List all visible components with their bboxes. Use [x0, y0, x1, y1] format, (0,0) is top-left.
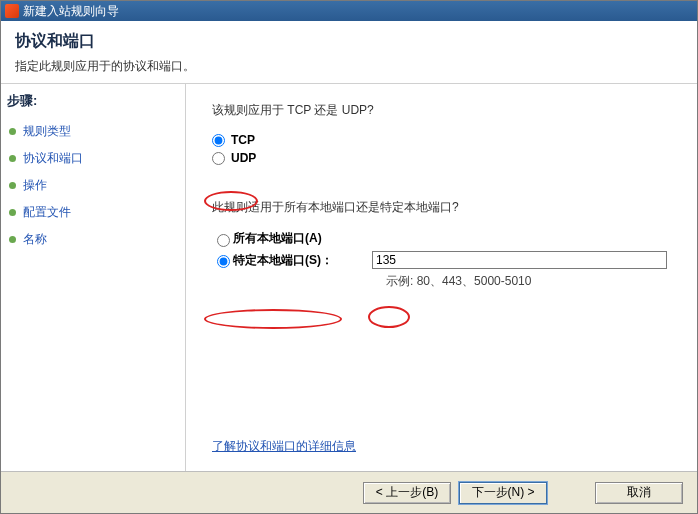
step-profile[interactable]: 配置文件	[7, 199, 175, 226]
radio-tcp-row: TCP	[212, 133, 685, 147]
titlebar: 新建入站规则向导	[1, 1, 697, 21]
header-panel: 协议和端口 指定此规则应用于的协议和端口。	[1, 21, 697, 84]
protocol-question: 该规则应用于 TCP 还是 UDP?	[212, 102, 685, 119]
footer: < 上一步(B) 下一步(N) > 取消	[1, 471, 697, 513]
step-name[interactable]: 名称	[7, 226, 175, 253]
step-label: 操作	[23, 177, 47, 194]
content-scroll: 该规则应用于 TCP 还是 UDP? TCP UDP 此规则适用于所有本地端口还…	[212, 102, 685, 438]
specific-ports-label[interactable]: 特定本地端口(S)：	[233, 252, 333, 269]
back-button[interactable]: < 上一步(B)	[363, 482, 451, 504]
radio-specific-ports[interactable]	[217, 255, 230, 268]
window-title: 新建入站规则向导	[23, 3, 119, 20]
step-protocol-ports[interactable]: 协议和端口	[7, 145, 175, 172]
page-title: 协议和端口	[15, 31, 683, 52]
learn-more-link[interactable]: 了解协议和端口的详细信息	[212, 438, 685, 455]
wizard-window: 新建入站规则向导 协议和端口 指定此规则应用于的协议和端口。 步骤: 规则类型 …	[0, 0, 698, 514]
page-subtitle: 指定此规则应用于的协议和端口。	[15, 58, 683, 75]
sidebar: 步骤: 规则类型 协议和端口 操作 配置文件 名称	[1, 84, 186, 471]
cancel-button[interactable]: 取消	[595, 482, 683, 504]
ports-example: 示例: 80、443、5000-5010	[386, 273, 685, 290]
bullet-icon	[9, 155, 16, 162]
tcp-label[interactable]: TCP	[231, 133, 255, 147]
specific-ports-input[interactable]	[372, 251, 667, 269]
content-panel: 该规则应用于 TCP 还是 UDP? TCP UDP 此规则适用于所有本地端口还…	[186, 84, 697, 471]
step-label: 配置文件	[23, 204, 71, 221]
firewall-icon	[5, 4, 19, 18]
bullet-icon	[9, 209, 16, 216]
step-rule-type[interactable]: 规则类型	[7, 118, 175, 145]
step-label: 规则类型	[23, 123, 71, 140]
steps-heading: 步骤:	[7, 92, 175, 110]
bullet-icon	[9, 236, 16, 243]
radio-all-ports[interactable]	[217, 234, 230, 247]
all-ports-label[interactable]: 所有本地端口(A)	[233, 230, 322, 247]
step-label: 协议和端口	[23, 150, 83, 167]
bullet-icon	[9, 128, 16, 135]
radio-udp-row: UDP	[212, 151, 685, 165]
radio-specific-ports-row: 特定本地端口(S)：	[212, 251, 685, 269]
port-question: 此规则适用于所有本地端口还是特定本地端口?	[212, 199, 685, 216]
wizard-body: 步骤: 规则类型 协议和端口 操作 配置文件 名称	[1, 84, 697, 471]
radio-all-ports-row: 所有本地端口(A)	[212, 230, 685, 247]
radio-udp[interactable]	[212, 152, 225, 165]
step-action[interactable]: 操作	[7, 172, 175, 199]
radio-tcp[interactable]	[212, 134, 225, 147]
next-button[interactable]: 下一步(N) >	[459, 482, 547, 504]
bullet-icon	[9, 182, 16, 189]
udp-label[interactable]: UDP	[231, 151, 256, 165]
step-label: 名称	[23, 231, 47, 248]
